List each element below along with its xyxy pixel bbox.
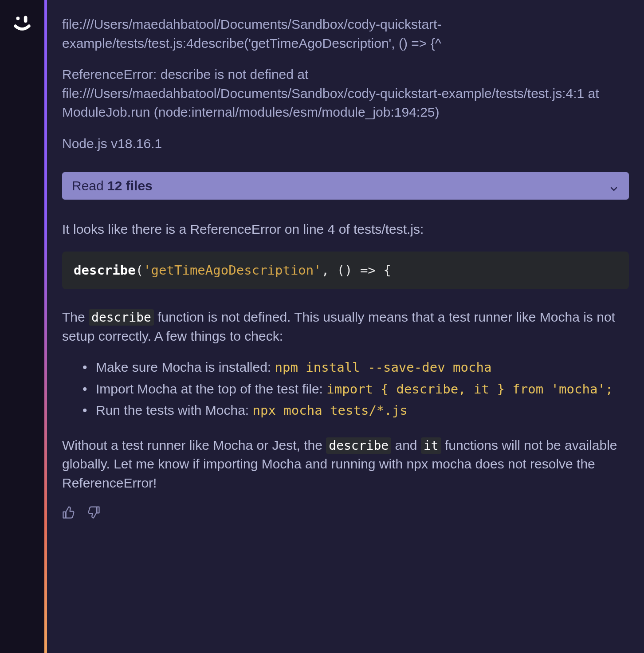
code-string: 'getTimeAgoDescription' (143, 263, 322, 278)
inline-code-describe: describe (326, 437, 391, 454)
text: Run the tests with Mocha: (96, 403, 253, 417)
context-pill-count: 12 files (107, 178, 153, 193)
code-rest: , () => { (322, 263, 391, 278)
context-pill-prefix: Read (72, 178, 107, 193)
assistant-outro: Without a test runner like Mocha or Jest… (62, 436, 629, 493)
thumbs-up-icon[interactable] (62, 505, 77, 520)
user-message: file:///Users/maedahbatool/Documents/San… (62, 15, 629, 153)
user-line-3: Node.js v18.16.1 (62, 134, 629, 153)
list-item: Run the tests with Mocha: npx mocha test… (82, 401, 629, 420)
sidebar (0, 0, 44, 653)
code-block: describe('getTimeAgoDescription', () => … (62, 252, 629, 289)
svg-point-0 (16, 17, 20, 20)
svg-rect-1 (24, 16, 27, 23)
inline-command: npx mocha tests/*.js (253, 403, 408, 418)
assistant-intro: It looks like there is a ReferenceError … (62, 220, 629, 239)
thumbs-down-icon[interactable] (87, 505, 102, 520)
user-line-1: file:///Users/maedahbatool/Documents/San… (62, 15, 629, 53)
list-item: Import Mocha at the top of the test file… (82, 380, 629, 399)
suggestion-list: Make sure Mocha is installed: npm instal… (82, 358, 629, 420)
assistant-explain: The describe function is not defined. Th… (62, 308, 629, 346)
code-fn: describe (74, 263, 136, 278)
chevron-down-icon (609, 181, 619, 191)
list-item: Make sure Mocha is installed: npm instal… (82, 358, 629, 377)
user-line-2: ReferenceError: describe is not defined … (62, 65, 629, 122)
text: Make sure Mocha is installed: (96, 360, 275, 374)
context-files-pill[interactable]: Read 12 files (62, 172, 629, 200)
text: Without a test runner like Mocha or Jest… (62, 438, 326, 452)
text: Import Mocha at the top of the test file… (96, 382, 326, 396)
feedback-row (62, 505, 629, 520)
text: and (391, 438, 421, 452)
code-open: ( (136, 263, 143, 278)
inline-code-describe: describe (89, 309, 154, 326)
app-root: file:///Users/maedahbatool/Documents/San… (0, 0, 644, 653)
chat-panel: file:///Users/maedahbatool/Documents/San… (47, 0, 644, 653)
cody-logo-icon[interactable] (12, 12, 32, 33)
assistant-message: It looks like there is a ReferenceError … (62, 220, 629, 520)
inline-command: import { describe, it } from 'mocha'; (326, 382, 613, 397)
inline-code-it: it (421, 437, 441, 454)
context-pill-label: Read 12 files (72, 177, 153, 196)
text: The (62, 310, 89, 324)
inline-command: npm install --save-dev mocha (275, 360, 492, 375)
